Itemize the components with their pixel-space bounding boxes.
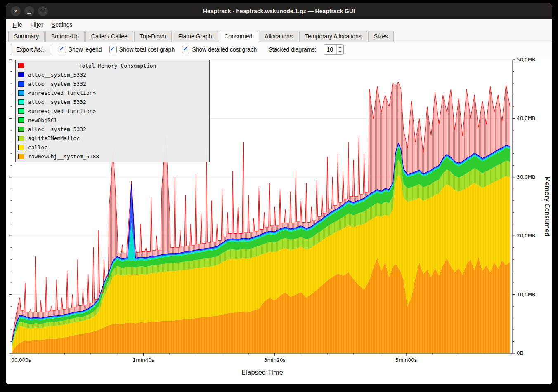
legend-title-row: Total Memory Consumption [16, 61, 209, 70]
show-legend-label: Show legend [69, 46, 102, 53]
show-detailed-cost-label: Show detailed cost graph [192, 46, 257, 53]
legend-swatch [18, 145, 24, 150]
legend-item-label: alloc__system_5332 [28, 81, 86, 87]
legend-swatch [18, 117, 24, 123]
legend-item-label: alloc__system_5332 [28, 72, 86, 78]
legend-item-label: sqlite3MemMalloc [28, 135, 80, 141]
legend-item: alloc__system_5332 [16, 124, 209, 134]
stacked-diagrams-input[interactable] [324, 45, 336, 54]
show-detailed-cost-checkbox[interactable]: Show detailed cost graph [182, 46, 257, 53]
maximize-button[interactable] [38, 6, 48, 16]
close-button[interactable]: × [11, 6, 21, 16]
menu-file[interactable]: File [9, 20, 26, 29]
svg-text:30,0MB: 30,0MB [517, 174, 535, 180]
chart-area: Total Memory Consumptionalloc__system_53… [6, 56, 552, 384]
app-window: × Heaptrack - heaptrack.wakunode.1.gz — … [6, 3, 552, 384]
svg-text:1min40s: 1min40s [133, 357, 154, 363]
checkbox-checked-icon [182, 46, 189, 53]
legend-item-label: <unresolved function> [28, 108, 96, 114]
window-title: Heaptrack - heaptrack.wakunode.1.gz — He… [6, 8, 552, 14]
legend-item: alloc__system_5332 [16, 79, 209, 88]
show-total-cost-label: Show total cost graph [119, 46, 175, 53]
stacked-diagrams-spinbox [324, 44, 344, 55]
legend-swatch [18, 81, 24, 87]
legend-swatch [18, 127, 24, 132]
minimize-button[interactable] [24, 6, 34, 16]
maximize-icon [41, 9, 45, 13]
tabbar: Summary Bottom-Up Caller / Callee Top-Do… [6, 30, 552, 42]
legend-item: rawNewObj__system_6388 [16, 152, 209, 161]
svg-text:3min20s: 3min20s [264, 357, 286, 363]
window-controls: × [11, 3, 48, 19]
legend-item: alloc__system_5332 [16, 97, 209, 106]
legend-swatch [18, 90, 24, 96]
tab-flame-graph[interactable]: Flame Graph [173, 31, 218, 42]
tab-top-down[interactable]: Top-Down [134, 31, 172, 42]
svg-text:50,0MB: 50,0MB [517, 57, 535, 63]
menubar: File Filter Settings [6, 19, 552, 30]
tab-caller-callee[interactable]: Caller / Callee [85, 31, 133, 42]
svg-text:0B: 0B [517, 350, 523, 356]
legend-title: Total Memory Consumption [28, 63, 207, 69]
checkbox-checked-icon [109, 46, 117, 53]
svg-text:5min00s: 5min00s [395, 357, 417, 363]
legend-item-label: <unresolved function> [28, 90, 96, 96]
checkbox-checked-icon [59, 46, 66, 53]
menu-filter[interactable]: Filter [27, 20, 47, 29]
spin-up-button[interactable] [337, 45, 343, 49]
svg-text:20,0MB: 20,0MB [517, 233, 535, 239]
legend-item: <unresolved function> [16, 88, 209, 97]
legend-item: <unresolved function> [16, 106, 209, 115]
svg-text:00.000s: 00.000s [11, 357, 31, 363]
svg-text:10,0MB: 10,0MB [517, 292, 535, 298]
export-as-button[interactable]: Export As... [11, 45, 51, 54]
show-legend-checkbox[interactable]: Show legend [59, 46, 102, 53]
tab-temporary-allocations[interactable]: Temporary Allocations [299, 31, 367, 42]
titlebar: × Heaptrack - heaptrack.wakunode.1.gz — … [6, 3, 552, 19]
legend-item-label: rawNewObj__system_6388 [28, 153, 99, 160]
tab-bottom-up[interactable]: Bottom-Up [45, 31, 85, 42]
svg-text:40,0MB: 40,0MB [517, 115, 535, 121]
tab-sizes[interactable]: Sizes [368, 31, 394, 42]
tab-allocations[interactable]: Allocations [259, 31, 298, 42]
spin-down-button[interactable] [337, 49, 343, 54]
show-total-cost-checkbox[interactable]: Show total cost graph [109, 46, 175, 53]
legend-swatch [18, 108, 24, 114]
legend-item: calloc [16, 143, 209, 152]
legend-item: newObjRC1 [16, 115, 209, 124]
tab-summary[interactable]: Summary [8, 31, 45, 42]
spinner-arrows [336, 45, 343, 54]
legend-swatch [18, 72, 24, 77]
toolbar: Export As... Show legend Show total cost… [6, 42, 552, 56]
y-axis-title: Memory Consumed [543, 176, 551, 237]
close-icon: × [14, 8, 18, 14]
legend-swatch [18, 99, 24, 105]
legend-item: alloc__system_5332 [16, 70, 209, 79]
legend-item-label: newObjRC1 [28, 117, 57, 123]
legend-item: sqlite3MemMalloc [16, 134, 209, 143]
legend-swatch [18, 154, 24, 159]
legend-item-label: alloc__system_5332 [28, 126, 86, 132]
legend-swatch [18, 136, 24, 141]
stacked-diagrams-label: Stacked diagrams: [268, 46, 316, 53]
tab-consumed[interactable]: Consumed [219, 31, 258, 42]
legend-item-label: alloc__system_5332 [28, 99, 86, 105]
chart-legend: Total Memory Consumptionalloc__system_53… [15, 60, 210, 162]
x-axis-title: Elapsed Time [241, 369, 283, 376]
legend-item-label: calloc [28, 144, 47, 150]
menu-settings[interactable]: Settings [48, 20, 76, 29]
minimize-icon [27, 13, 31, 14]
legend-swatch [18, 63, 24, 68]
